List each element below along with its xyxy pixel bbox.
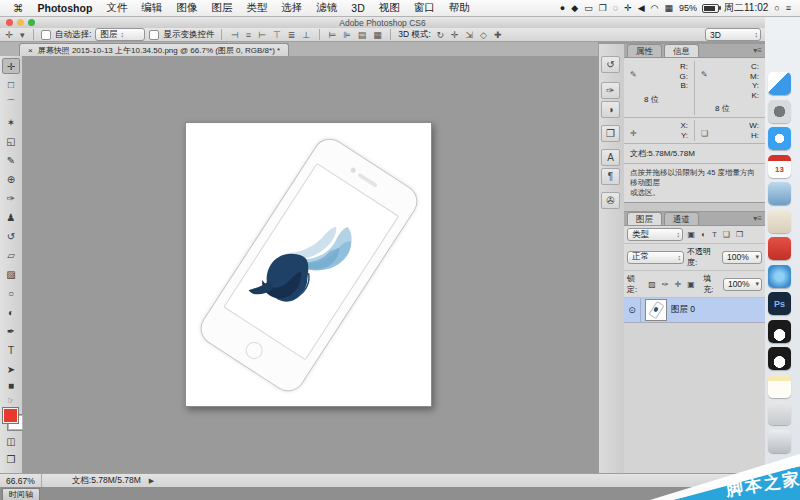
dock-finder-icon[interactable] (768, 72, 791, 95)
pen-tool[interactable]: ✒ (2, 324, 20, 340)
layer-thumbnail[interactable] (645, 299, 667, 321)
3d-scale-icon[interactable]: ✚ (493, 30, 504, 40)
dock-qq-icon[interactable] (768, 320, 791, 343)
filter-shape-layers-icon[interactable]: ❏ (721, 230, 731, 239)
menu-layer[interactable]: 图层 (204, 1, 239, 15)
tool-presets-panel-icon[interactable]: ✇ (601, 192, 620, 209)
document-tab[interactable]: × 屏幕快照 2015-10-13 上午10.34.50.png @ 66.7%… (19, 43, 289, 57)
apple-menu-icon[interactable]: ⌘ (6, 2, 31, 14)
clone-source-panel-icon[interactable]: ❐ (601, 125, 620, 142)
menu-window[interactable]: 窗口 (407, 1, 442, 15)
move-tool[interactable]: ✛ (2, 58, 20, 74)
layer-filter-combo[interactable]: 类型 ↕ (627, 228, 683, 241)
preset-dropdown-arrow-icon[interactable]: ▾ (19, 30, 27, 40)
dock-preview-icon[interactable] (768, 182, 791, 205)
menu-3d[interactable]: 3D (344, 2, 371, 14)
dock-app-icon-misc[interactable] (768, 402, 791, 425)
dock-textedit-icon[interactable] (768, 210, 791, 233)
spot-healing-tool[interactable]: ⊕ (2, 172, 20, 188)
wifi-icon[interactable]: ◠ (648, 3, 662, 13)
3d-roll-icon[interactable]: ✛ (450, 30, 461, 40)
volume-icon[interactable]: ◀ (635, 3, 648, 13)
dodge-tool[interactable]: ◐ (2, 305, 20, 321)
spaces-grid-icon[interactable]: ▦ (661, 3, 676, 13)
eyedropper-tool[interactable]: ✎ (2, 153, 20, 169)
align-v-centers-icon[interactable]: ≣ (286, 30, 297, 40)
3d-drag-icon[interactable]: ⇲ (464, 30, 475, 40)
close-document-icon[interactable]: × (28, 46, 33, 55)
paragraph-panel-icon[interactable]: ¶ (601, 168, 620, 185)
menu-app-name[interactable]: Photoshop (31, 2, 100, 14)
statusbar-app-icon-3[interactable]: ▭ (581, 3, 596, 13)
crop-tool[interactable]: ◱ (2, 134, 20, 150)
notification-center-icon[interactable]: ≡ (783, 3, 794, 13)
screen-mode-button[interactable]: ❐ (2, 452, 20, 468)
lasso-tool[interactable]: ⌒ (2, 96, 20, 112)
show-transform-controls-checkbox[interactable] (149, 30, 159, 40)
filter-type-layers-icon[interactable]: T (710, 230, 718, 239)
lock-pixels-icon[interactable]: ✑ (660, 280, 670, 289)
align-h-centers-icon[interactable]: ≡ (244, 30, 252, 40)
distribute-top-icon[interactable]: ⊨ (327, 30, 338, 40)
eraser-tool[interactable]: ▱ (2, 248, 20, 264)
tab-layers[interactable]: 图层 (627, 212, 662, 225)
character-panel-icon[interactable]: A (601, 149, 620, 166)
panel-menu-icon[interactable]: ▾≡ (753, 213, 762, 225)
path-selection-tool[interactable]: ➤ (2, 362, 20, 378)
statusbar-move-icon[interactable]: ✛ (621, 3, 635, 13)
align-right-edges-icon[interactable]: ⊢ (257, 30, 268, 40)
align-bottom-edges-icon[interactable]: ⊥ (301, 30, 312, 40)
quick-selection-tool[interactable]: ✶ (2, 115, 20, 131)
history-brush-tool[interactable]: ↺ (2, 229, 20, 245)
tab-properties[interactable]: 属性 (627, 44, 662, 57)
dock-photoshop-icon[interactable]: Ps (768, 292, 791, 315)
fill-combo[interactable]: 100% ▾ (723, 278, 762, 291)
spotlight-search-icon[interactable]: ○ (771, 3, 782, 13)
dock-calendar-icon[interactable]: 13 (768, 155, 791, 178)
clone-stamp-tool[interactable]: ♟ (2, 210, 20, 226)
menu-edit[interactable]: 编辑 (134, 1, 169, 15)
rectangular-marquee-tool[interactable]: □ (2, 77, 20, 93)
gradient-tool[interactable]: ▨ (2, 267, 20, 283)
layer-visibility-eye-icon[interactable]: ⊙ (624, 298, 641, 322)
auto-select-target-combo[interactable]: 图层 ↕ (95, 28, 145, 41)
dock-safari-icon[interactable] (768, 127, 791, 150)
filter-smart-object-icon[interactable]: ❒ (734, 230, 744, 239)
opacity-combo[interactable]: 100% ▾ (722, 251, 762, 264)
statusbar-copy-icon[interactable]: ❐ (596, 3, 610, 13)
history-panel-icon[interactable]: ↺ (601, 56, 620, 73)
menu-select[interactable]: 选择 (274, 1, 309, 15)
lock-position-icon[interactable]: ✛ (673, 280, 683, 289)
tab-channels[interactable]: 通道 (664, 212, 699, 225)
3d-rotate-icon[interactable]: ↻ (435, 30, 446, 40)
lock-all-icon[interactable]: ▣ (686, 280, 697, 289)
menubar-clock[interactable]: 周二11:02 (721, 1, 771, 15)
align-top-edges-icon[interactable]: ⊤ (271, 30, 282, 40)
dock-share-app-icon[interactable] (768, 237, 791, 260)
statusbar-sync-icon[interactable]: ◌ (610, 3, 621, 13)
hand-tool[interactable]: ☞ (2, 393, 20, 409)
status-zoom-level[interactable]: 66.67% (0, 474, 42, 488)
adjustments-panel-icon[interactable]: ◑ (601, 101, 620, 118)
distribute-h-icon[interactable]: ▤ (356, 30, 368, 40)
dock-notes-icon[interactable] (768, 375, 791, 398)
brush-presets-panel-icon[interactable]: ✑ (601, 82, 620, 99)
lock-transparency-icon[interactable]: ▨ (647, 280, 658, 289)
distribute-v-icon[interactable]: ⊫ (341, 30, 352, 40)
auto-select-checkbox[interactable] (41, 30, 51, 40)
filter-pixel-layers-icon[interactable]: ▣ (686, 230, 697, 239)
quick-mask-button[interactable]: ◫ (2, 434, 20, 450)
type-tool[interactable]: T (2, 343, 20, 359)
menu-help[interactable]: 帮助 (442, 1, 477, 15)
menu-view[interactable]: 视图 (372, 1, 407, 15)
document-canvas[interactable] (185, 122, 432, 407)
dock-launchpad-icon[interactable] (768, 100, 791, 123)
panel-menu-icon[interactable]: ▾≡ (753, 45, 762, 57)
rectangle-tool[interactable]: ■ (2, 378, 20, 394)
layer-name[interactable]: 图层 0 (671, 304, 695, 316)
statusbar-app-icon-1[interactable]: ● (557, 3, 568, 13)
foreground-color-swatch[interactable] (3, 408, 18, 423)
workspace-switcher-combo[interactable]: 3D ↕ (705, 28, 761, 41)
filter-adjustment-layers-icon[interactable]: ◐ (700, 230, 708, 239)
menu-image[interactable]: 图像 (169, 1, 204, 15)
